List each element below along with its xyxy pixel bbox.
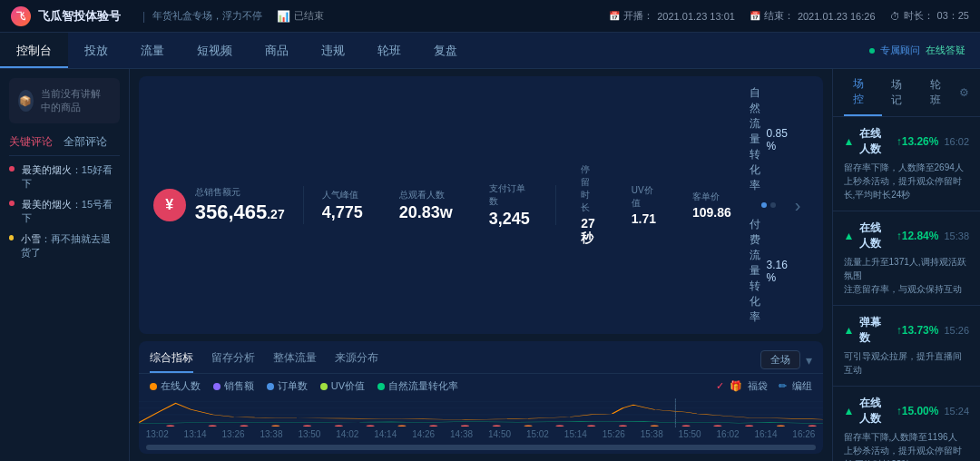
svg-point-11: [366, 426, 374, 427]
x-label-0: 13:02: [146, 429, 169, 439]
next-arrow[interactable]: ›: [788, 195, 808, 216]
tab-retention[interactable]: 留存分析: [211, 347, 255, 373]
legend-uv[interactable]: UV价值: [320, 379, 365, 393]
chevron-down-icon: ▾: [806, 353, 812, 368]
alert-title-3: 弹幕数: [859, 315, 890, 346]
x-label-3: 13:38: [260, 429, 282, 439]
edit-icon: ✏: [779, 380, 787, 392]
svg-point-5: [166, 426, 174, 427]
comment-name-1: 最美的烟火：15好看下: [22, 163, 120, 191]
duration-group: 停留时长 27秒: [563, 163, 613, 247]
svg-point-20: [650, 426, 658, 427]
paid-rate-item: 付费流量转化率 3.16 %: [750, 217, 788, 325]
alert-header-2: ▲ 在线人数 ↑12.84% 15:38: [844, 221, 969, 251]
legend-natural[interactable]: 自然流量转化率: [377, 379, 458, 393]
dot-pagination: [750, 199, 788, 211]
nav-item-review[interactable]: 复盘: [417, 33, 474, 68]
tab-all-comment[interactable]: 全部评论: [64, 134, 107, 150]
legend-sales[interactable]: 销售额: [213, 379, 254, 393]
gear-icon[interactable]: ⚙: [959, 86, 969, 99]
legend-extra: ✓ 🎁 福袋 ✏ 编组: [716, 379, 812, 393]
svg-point-19: [619, 426, 627, 427]
tab-shift[interactable]: 轮班: [921, 70, 960, 115]
alert-header-1: ▲ 在线人数 ↑13.26% 16:02: [844, 126, 969, 157]
tab-record[interactable]: 场记: [882, 70, 921, 115]
nav-item-product[interactable]: 商品: [249, 33, 305, 68]
online-dot: [869, 48, 875, 54]
subtitle: 年货礼盒专场，浮力不停: [152, 9, 262, 23]
uv-value: 1.71: [632, 211, 656, 226]
amount-value: 356,465.27: [195, 201, 285, 224]
separator: |: [142, 10, 145, 23]
svg-point-12: [397, 426, 406, 427]
start-label: 开播：: [623, 9, 653, 23]
duration-label: 停留时长: [581, 163, 595, 214]
tab-overview[interactable]: 综合指标: [150, 347, 193, 373]
top-bar: 飞 飞瓜智投体验号 | 年货礼盒专场，浮力不停 📊 已结束 📅 开播： 2021…: [0, 0, 980, 33]
alert-item-4: ▲ 在线人数 ↑15.00% 15:24 留存率下降,人数降至1196人上秒杀活…: [833, 387, 980, 461]
page-dot-2: [770, 202, 776, 208]
x-label-11: 15:14: [564, 429, 587, 439]
unit-price-label: 客单价: [692, 191, 720, 203]
x-label-17: 16:26: [792, 429, 815, 439]
nav-item-traffic[interactable]: 流量: [124, 33, 181, 68]
popularity-value: 4,775: [322, 203, 363, 222]
alert-time-3: 15:26: [944, 325, 969, 336]
x-label-6: 14:14: [374, 429, 397, 439]
alert-pct-3: ↑13.73%: [897, 324, 939, 337]
x-label-10: 15:02: [526, 429, 549, 439]
tab-flow[interactable]: 整体流量: [273, 347, 317, 373]
svg-point-21: [681, 426, 690, 427]
filter-button[interactable]: 全场: [760, 350, 800, 369]
product-placeholder: 📦 当前没有讲解中的商品: [9, 78, 120, 123]
chart-scrollbar[interactable]: [146, 445, 816, 450]
legend-orders[interactable]: 订单数: [267, 379, 308, 393]
x-label-12: 15:26: [603, 429, 625, 439]
alert-header-4: ▲ 在线人数 ↑15.00% 15:24: [844, 396, 969, 427]
nav-item-console[interactable]: 控制台: [0, 33, 68, 68]
legend-bag[interactable]: ✓ 🎁 福袋: [716, 379, 768, 393]
alert-item-2: ▲ 在线人数 ↑12.84% 15:38 流量上升至1371人,调持观活跃氛围注…: [833, 211, 980, 306]
start-time: 📅 开播： 2021.01.23 13:01: [609, 9, 735, 23]
nav-right: 专属顾问 在线答疑: [869, 44, 980, 57]
uv-label: UV价值: [632, 184, 656, 210]
app-name: 飞瓜智投体验号: [38, 8, 121, 25]
viewers-label: 总观看人数: [399, 189, 445, 201]
list-item: 最美的烟火：15好看下: [9, 163, 120, 191]
svg-point-9: [303, 426, 311, 427]
comment-tabs: 关键评论 全部评论: [9, 134, 120, 156]
svg-point-17: [555, 426, 564, 427]
legend-online-dot: [150, 383, 157, 390]
chart-svg: [139, 398, 823, 427]
natural-rate-item: 自然流量转化率 0.85 %: [750, 85, 788, 193]
legend-group-label: 编组: [792, 379, 812, 393]
chart-filter: 全场 ▾: [760, 350, 812, 369]
nav-item-video[interactable]: 短视频: [181, 33, 249, 68]
alert-pct-1: ↑13.26%: [897, 135, 939, 148]
popularity-label: 人气峰值: [322, 189, 358, 201]
nav-item-violation[interactable]: 违规: [305, 33, 361, 68]
nav-item-placement[interactable]: 投放: [68, 33, 124, 68]
tab-room-control[interactable]: 场控: [844, 69, 883, 116]
legend-group[interactable]: ✏ 编组: [779, 379, 812, 393]
x-label-1: 13:14: [184, 429, 207, 439]
alert-time-4: 15:24: [944, 406, 969, 417]
tab-source[interactable]: 来源分布: [335, 347, 378, 373]
alert-item-3: ▲ 弹幕数 ↑13.73% 15:26 可引导观众拉屏，提升直播间互动: [833, 306, 980, 387]
nav-item-shift[interactable]: 轮班: [361, 33, 417, 68]
x-label-14: 15:50: [679, 429, 701, 439]
expert-link[interactable]: 专属顾问: [880, 44, 920, 57]
alert-time-1: 16:02: [944, 136, 969, 147]
dot-red-2: [9, 201, 15, 206]
svg-point-18: [587, 426, 595, 427]
x-label-9: 14:50: [488, 429, 511, 439]
legend-online[interactable]: 在线人数: [150, 379, 201, 393]
svg-point-6: [208, 426, 216, 427]
x-label-4: 13:50: [298, 429, 320, 439]
alert-body-2: 流量上升至1371人,调持观活跃氛围注意留存率，与观众保持互动: [844, 255, 969, 296]
check-icon: ✓: [716, 380, 724, 392]
tab-key-comment[interactable]: 关键评论: [9, 134, 53, 150]
stats-row: ¥ 总销售额元 356,465.27 人气峰值 4,775 总观看人数 20.8…: [139, 76, 823, 334]
x-label-13: 15:38: [641, 429, 663, 439]
orders-label: 支付订单数: [489, 182, 530, 208]
